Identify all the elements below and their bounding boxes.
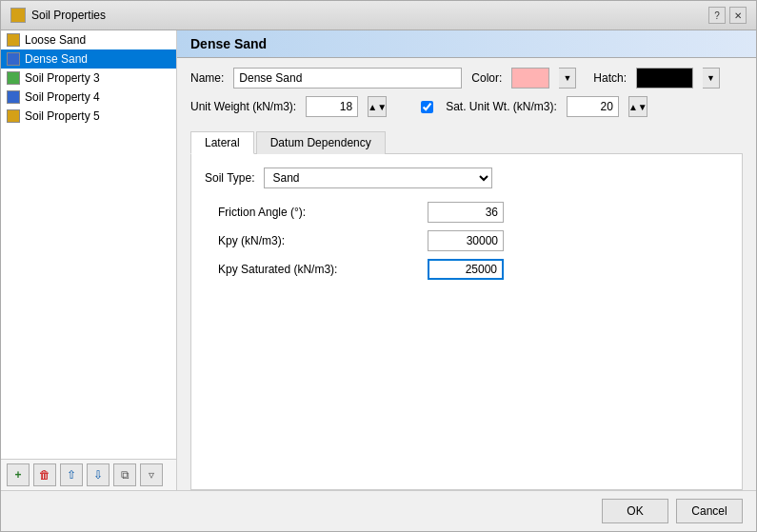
delete-button[interactable]: 🗑 — [33, 463, 56, 486]
cancel-button[interactable]: Cancel — [676, 499, 743, 523]
kpy-input[interactable] — [428, 230, 504, 251]
right-panel: Dense Sand Name: Color: ▼ Hatch: ▼ Unit … — [177, 30, 756, 490]
list-item-label: Soil Property 3 — [25, 71, 100, 85]
kpy-saturated-input[interactable] — [428, 259, 504, 280]
list-item-color — [7, 109, 20, 123]
list-item-label: Soil Property 5 — [25, 109, 100, 123]
list-item-color — [7, 33, 20, 47]
help-button[interactable]: ? — [708, 7, 726, 24]
name-input[interactable] — [233, 68, 462, 89]
add-button[interactable]: + — [7, 463, 30, 486]
dialog-title: Soil Properties — [31, 9, 106, 22]
list-item[interactable]: Soil Property 3 — [1, 69, 176, 88]
kpy-row: Kpy (kN/m3): — [205, 230, 728, 251]
name-label: Name: — [190, 71, 224, 85]
soil-type-select[interactable]: Sand Clay Silt Rock — [264, 167, 492, 188]
sat-unit-wt-spinner[interactable]: ▲▼ — [628, 96, 647, 117]
tab-content-lateral: Soil Type: Sand Clay Silt Rock Friction … — [190, 154, 743, 490]
kpy-label: Kpy (kN/m3): — [218, 234, 428, 247]
filter-button[interactable]: ▿ — [140, 463, 163, 486]
left-panel: Loose SandDense SandSoil Property 3Soil … — [1, 30, 177, 490]
list-item[interactable]: Loose Sand — [1, 30, 176, 49]
list-item-color — [7, 71, 20, 85]
section-header: Dense Sand — [177, 30, 756, 58]
color-label: Color: — [471, 71, 502, 85]
color-dropdown-button[interactable]: ▼ — [559, 68, 576, 89]
list-item[interactable]: Dense Sand — [1, 49, 176, 69]
color-picker-button[interactable] — [511, 68, 549, 89]
list-item-label: Dense Sand — [25, 52, 88, 66]
soil-type-row: Soil Type: Sand Clay Silt Rock — [205, 167, 728, 188]
tab-lateral[interactable]: Lateral — [190, 131, 254, 154]
sat-unit-wt-input[interactable] — [567, 96, 619, 117]
list-item-label: Soil Property 4 — [25, 90, 100, 104]
list-item-label: Loose Sand — [25, 33, 86, 47]
soil-properties-dialog: Soil Properties ? ✕ Loose SandDense Sand… — [0, 0, 757, 532]
list-item[interactable]: Soil Property 4 — [1, 88, 176, 107]
dialog-footer: OK Cancel — [1, 490, 756, 531]
hatch-label: Hatch: — [593, 71, 627, 85]
tabs-bar: Lateral Datum Dependency — [190, 130, 743, 154]
soil-list: Loose SandDense SandSoil Property 3Soil … — [1, 30, 176, 459]
ok-button[interactable]: OK — [602, 499, 668, 523]
unit-weight-label: Unit Weight (kN/m3): — [190, 100, 296, 113]
tab-datum-dependency[interactable]: Datum Dependency — [256, 131, 386, 154]
list-item-color — [7, 52, 20, 66]
copy-button[interactable]: ⧉ — [113, 463, 136, 486]
title-bar-left: Soil Properties — [10, 8, 106, 23]
soil-type-label: Soil Type: — [205, 171, 254, 185]
unit-weight-row: Unit Weight (kN/m3): ▲▼ Sat. Unit Wt. (k… — [190, 96, 743, 117]
kpy-saturated-row: Kpy Saturated (kN/m3): — [205, 259, 728, 280]
friction-angle-input[interactable] — [428, 202, 504, 223]
unit-weight-input[interactable] — [306, 96, 358, 117]
hatch-picker-button[interactable] — [636, 68, 693, 89]
kpy-saturated-label: Kpy Saturated (kN/m3): — [218, 263, 428, 276]
move-up-button[interactable]: ⇧ — [60, 463, 83, 486]
hatch-dropdown-button[interactable]: ▼ — [703, 68, 720, 89]
move-down-button[interactable]: ⇩ — [87, 463, 110, 486]
top-form: Name: Color: ▼ Hatch: ▼ Unit Weight (kN/… — [177, 58, 756, 127]
friction-angle-row: Friction Angle (°): — [205, 202, 728, 223]
list-item[interactable]: Soil Property 5 — [1, 107, 176, 126]
sat-checkbox[interactable] — [421, 101, 433, 113]
title-bar: Soil Properties ? ✕ — [1, 1, 756, 30]
list-item-color — [7, 90, 20, 104]
name-row: Name: Color: ▼ Hatch: ▼ — [190, 68, 743, 89]
close-button[interactable]: ✕ — [729, 7, 747, 24]
title-buttons: ? ✕ — [708, 7, 747, 24]
unit-weight-spinner[interactable]: ▲▼ — [368, 96, 387, 117]
list-toolbar: + 🗑 ⇧ ⇩ ⧉ ▿ — [1, 459, 176, 490]
dialog-body: Loose SandDense SandSoil Property 3Soil … — [1, 30, 756, 490]
sat-unit-wt-label: Sat. Unit Wt. (kN/m3): — [446, 100, 557, 113]
friction-angle-label: Friction Angle (°): — [218, 206, 428, 219]
app-icon — [10, 8, 26, 23]
